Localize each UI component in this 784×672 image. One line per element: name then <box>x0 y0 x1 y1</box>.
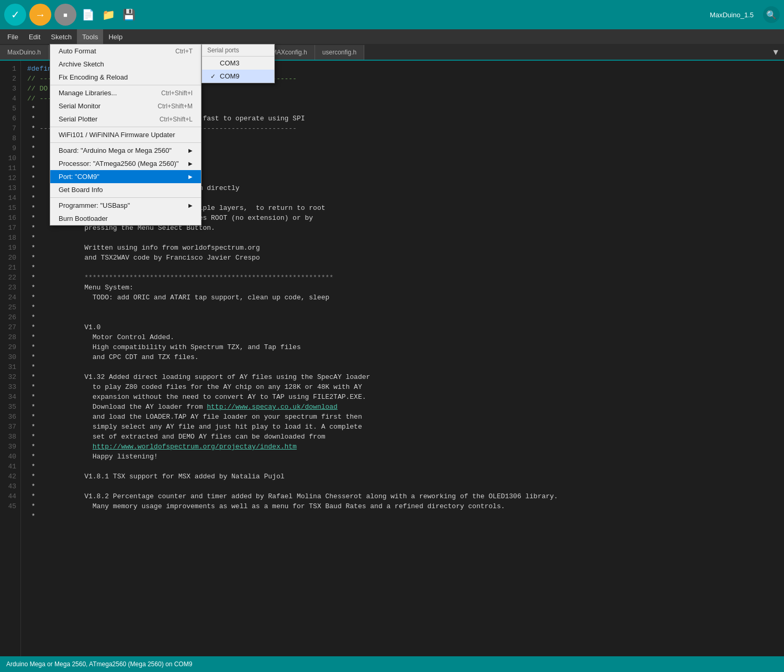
serial-monitor-shortcut: Ctrl+Shift+M <box>158 103 193 110</box>
manage-libraries-shortcut: Ctrl+Shift+I <box>161 89 193 97</box>
search-icon: 🔍 <box>766 10 777 20</box>
tools-manage-libraries[interactable]: Manage Libraries... Ctrl+Shift+I <box>50 86 201 99</box>
new-button[interactable]: 📄 <box>80 6 97 23</box>
processor-label: Processor: "ATmega2560 (Mega 2560)" <box>59 160 178 167</box>
programmer-arrow-icon: ▶ <box>188 203 193 208</box>
tools-serial-plotter[interactable]: Serial Plotter Ctrl+Shift+L <box>50 113 201 126</box>
tools-burn-bootloader[interactable]: Burn Bootloader <box>50 212 201 225</box>
tab-arrow-button[interactable]: ▼ <box>767 45 784 60</box>
port-submenu-header: Serial ports <box>202 44 274 57</box>
serial-plotter-label: Serial Plotter <box>59 115 97 123</box>
get-board-info-label: Get Board Info <box>59 186 103 194</box>
tools-board[interactable]: Board: "Arduino Mega or Mega 2560" ▶ <box>50 144 201 157</box>
tools-wifi-updater[interactable]: WiFi101 / WiFiNINA Firmware Updater <box>50 128 201 141</box>
burn-bootloader-label: Burn Bootloader <box>59 215 108 222</box>
tools-archive-sketch[interactable]: Archive Sketch <box>50 58 201 71</box>
port-arrow-icon: ▶ <box>188 174 193 180</box>
port-com9[interactable]: ✓ COM9 <box>202 70 274 83</box>
wifi-updater-label: WiFi101 / WiFiNINA Firmware Updater <box>59 131 175 139</box>
port-com3[interactable]: COM3 <box>202 57 274 70</box>
verify-button[interactable]: ✓ <box>4 4 26 26</box>
upload-button[interactable]: → <box>29 4 51 26</box>
search-button[interactable]: 🔍 <box>763 6 780 23</box>
debug-button[interactable]: ■ <box>54 4 76 26</box>
menu-edit[interactable]: Edit <box>24 29 46 44</box>
tab-userconfig-h[interactable]: userconfig.h <box>315 45 364 60</box>
tools-auto-format[interactable]: Auto Format Ctrl+T <box>50 44 201 58</box>
menu-sep-2 <box>50 127 201 127</box>
fix-encoding-label: Fix Encoding & Reload <box>59 73 128 81</box>
menu-file[interactable]: File <box>2 29 24 44</box>
board-arrow-icon: ▶ <box>188 148 193 153</box>
tools-get-board-info[interactable]: Get Board Info <box>50 183 201 196</box>
board-label: Board: "Arduino Mega or Mega 2560" <box>59 147 172 154</box>
auto-format-shortcut: Ctrl+T <box>175 48 193 55</box>
open-button[interactable]: 📁 <box>100 6 117 23</box>
auto-format-label: Auto Format <box>59 47 96 55</box>
serial-monitor-label: Serial Monitor <box>59 102 100 110</box>
tools-port[interactable]: Port: "COM9" ▶ <box>50 170 201 183</box>
tools-programmer[interactable]: Programmer: "USBasp" ▶ <box>50 199 201 212</box>
port-submenu-dropdown: Serial ports COM3 ✓ COM9 <box>201 44 275 83</box>
menu-sep-1 <box>50 85 201 85</box>
menu-help[interactable]: Help <box>103 29 128 44</box>
save-button[interactable]: 💾 <box>120 6 138 23</box>
com3-label: COM3 <box>220 59 240 67</box>
com9-label: COM9 <box>220 72 240 80</box>
statusbar: Arduino Mega or Mega 2560, ATmega2560 (M… <box>0 656 784 672</box>
status-text: Arduino Mega or Mega 2560, ATmega2560 (M… <box>6 660 192 668</box>
tab-maxduino-h[interactable]: MaxDuino.h <box>0 45 49 60</box>
line-numbers: 12345 678910 1112131415 1617181920 21222… <box>0 61 21 656</box>
vertical-scrollbar[interactable] <box>778 61 784 656</box>
port-label: Port: "COM9" <box>59 173 99 181</box>
programmer-label: Programmer: "USBasp" <box>59 201 130 209</box>
menu-tools[interactable]: Tools <box>77 29 103 44</box>
serial-plotter-shortcut: Ctrl+Shift+L <box>160 116 193 123</box>
menu-sep-4 <box>50 197 201 198</box>
com9-checkmark: ✓ <box>210 73 217 80</box>
toolbar: ✓ → ■ 📄 📁 💾 MaxDuino_1.5 🔍 <box>0 0 784 29</box>
processor-arrow-icon: ▶ <box>188 161 193 166</box>
menubar: File Edit Sketch Tools Help <box>0 29 784 44</box>
manage-libraries-label: Manage Libraries... <box>59 89 117 97</box>
tools-fix-encoding[interactable]: Fix Encoding & Reload <box>50 71 201 84</box>
tools-serial-monitor[interactable]: Serial Monitor Ctrl+Shift+M <box>50 99 201 113</box>
menu-sketch[interactable]: Sketch <box>46 29 77 44</box>
tools-processor[interactable]: Processor: "ATmega2560 (Mega 2560)" ▶ <box>50 157 201 170</box>
archive-sketch-label: Archive Sketch <box>59 60 104 68</box>
com3-checkmark <box>210 60 217 67</box>
tools-menu-dropdown: Auto Format Ctrl+T Archive Sketch Fix En… <box>50 44 201 226</box>
sketch-title: MaxDuino_1.5 <box>710 11 754 19</box>
menu-sep-3 <box>50 142 201 143</box>
